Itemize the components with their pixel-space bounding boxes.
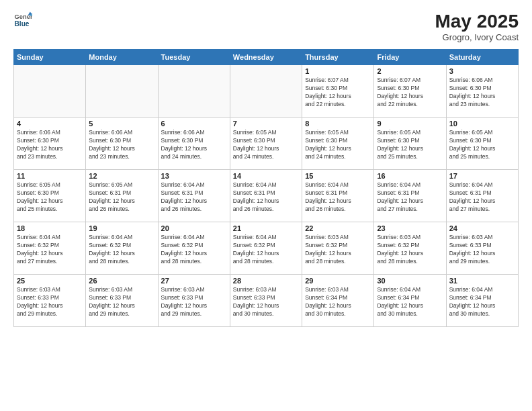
day-info: Sunrise: 6:04 AM Sunset: 6:34 PM Dayligh… bbox=[449, 286, 515, 318]
day-info: Sunrise: 6:03 AM Sunset: 6:33 PM Dayligh… bbox=[161, 286, 227, 318]
table-row: 14Sunrise: 6:04 AM Sunset: 6:31 PM Dayli… bbox=[230, 170, 302, 222]
day-number: 15 bbox=[305, 172, 371, 180]
calendar-week-row: 25Sunrise: 6:03 AM Sunset: 6:33 PM Dayli… bbox=[14, 275, 519, 327]
day-info: Sunrise: 6:04 AM Sunset: 6:32 PM Dayligh… bbox=[161, 234, 227, 266]
table-row: 8Sunrise: 6:05 AM Sunset: 6:30 PM Daylig… bbox=[302, 118, 374, 170]
day-number: 12 bbox=[89, 172, 154, 180]
table-row bbox=[158, 65, 230, 118]
day-number: 22 bbox=[305, 224, 371, 232]
day-info: Sunrise: 6:05 AM Sunset: 6:30 PM Dayligh… bbox=[449, 129, 515, 161]
day-number: 23 bbox=[377, 224, 443, 232]
table-row: 21Sunrise: 6:04 AM Sunset: 6:32 PM Dayli… bbox=[230, 222, 302, 275]
day-info: Sunrise: 6:05 AM Sunset: 6:30 PM Dayligh… bbox=[233, 129, 299, 161]
table-row: 18Sunrise: 6:04 AM Sunset: 6:32 PM Dayli… bbox=[14, 222, 86, 275]
day-info: Sunrise: 6:06 AM Sunset: 6:30 PM Dayligh… bbox=[449, 77, 515, 109]
day-number: 5 bbox=[89, 120, 154, 128]
day-number: 4 bbox=[17, 120, 83, 128]
day-number: 6 bbox=[161, 120, 227, 128]
day-info: Sunrise: 6:06 AM Sunset: 6:30 PM Dayligh… bbox=[89, 129, 154, 161]
table-row: 29Sunrise: 6:03 AM Sunset: 6:34 PM Dayli… bbox=[302, 275, 374, 327]
day-number: 27 bbox=[161, 277, 227, 285]
table-row: 28Sunrise: 6:03 AM Sunset: 6:33 PM Dayli… bbox=[230, 275, 302, 327]
day-info: Sunrise: 6:03 AM Sunset: 6:33 PM Dayligh… bbox=[17, 286, 83, 318]
day-info: Sunrise: 6:03 AM Sunset: 6:32 PM Dayligh… bbox=[377, 234, 443, 266]
svg-text:Blue: Blue bbox=[15, 20, 30, 28]
day-number: 28 bbox=[233, 277, 299, 285]
logo: General Blue bbox=[13, 11, 32, 30]
table-row: 1Sunrise: 6:07 AM Sunset: 6:30 PM Daylig… bbox=[302, 65, 374, 118]
day-info: Sunrise: 6:03 AM Sunset: 6:33 PM Dayligh… bbox=[233, 286, 299, 318]
calendar-week-row: 1Sunrise: 6:07 AM Sunset: 6:30 PM Daylig… bbox=[14, 65, 519, 118]
day-info: Sunrise: 6:07 AM Sunset: 6:30 PM Dayligh… bbox=[305, 77, 371, 109]
calendar-week-row: 11Sunrise: 6:05 AM Sunset: 6:30 PM Dayli… bbox=[14, 170, 519, 222]
table-row bbox=[230, 65, 302, 118]
day-info: Sunrise: 6:04 AM Sunset: 6:32 PM Dayligh… bbox=[17, 234, 83, 266]
day-number: 30 bbox=[377, 277, 443, 285]
table-row: 31Sunrise: 6:04 AM Sunset: 6:34 PM Dayli… bbox=[446, 275, 518, 327]
day-info: Sunrise: 6:06 AM Sunset: 6:30 PM Dayligh… bbox=[161, 129, 227, 161]
day-info: Sunrise: 6:06 AM Sunset: 6:30 PM Dayligh… bbox=[17, 129, 83, 161]
day-info: Sunrise: 6:03 AM Sunset: 6:34 PM Dayligh… bbox=[305, 286, 371, 318]
day-number: 11 bbox=[17, 172, 83, 180]
day-info: Sunrise: 6:04 AM Sunset: 6:34 PM Dayligh… bbox=[377, 286, 443, 318]
day-number: 9 bbox=[377, 120, 443, 128]
title-block: May 2025 Grogro, Ivory Coast bbox=[435, 11, 519, 42]
table-row: 7Sunrise: 6:05 AM Sunset: 6:30 PM Daylig… bbox=[230, 118, 302, 170]
table-row: 2Sunrise: 6:07 AM Sunset: 6:30 PM Daylig… bbox=[374, 65, 446, 118]
header: General Blue May 2025 Grogro, Ivory Coas… bbox=[13, 11, 519, 42]
month-year: May 2025 bbox=[435, 11, 519, 32]
logo-icon: General Blue bbox=[13, 11, 32, 30]
table-row: 11Sunrise: 6:05 AM Sunset: 6:30 PM Dayli… bbox=[14, 170, 86, 222]
day-number: 31 bbox=[449, 277, 515, 285]
day-number: 3 bbox=[449, 67, 515, 75]
header-thursday: Thursday bbox=[302, 50, 374, 65]
day-info: Sunrise: 6:05 AM Sunset: 6:31 PM Dayligh… bbox=[89, 181, 154, 214]
table-row: 16Sunrise: 6:04 AM Sunset: 6:31 PM Dayli… bbox=[374, 170, 446, 222]
table-row: 30Sunrise: 6:04 AM Sunset: 6:34 PM Dayli… bbox=[374, 275, 446, 327]
header-wednesday: Wednesday bbox=[230, 50, 302, 65]
day-number: 16 bbox=[377, 172, 443, 180]
table-row: 19Sunrise: 6:04 AM Sunset: 6:32 PM Dayli… bbox=[86, 222, 158, 275]
day-info: Sunrise: 6:04 AM Sunset: 6:31 PM Dayligh… bbox=[305, 181, 371, 214]
table-row: 5Sunrise: 6:06 AM Sunset: 6:30 PM Daylig… bbox=[86, 118, 158, 170]
table-row: 26Sunrise: 6:03 AM Sunset: 6:33 PM Dayli… bbox=[86, 275, 158, 327]
day-info: Sunrise: 6:04 AM Sunset: 6:31 PM Dayligh… bbox=[377, 181, 443, 214]
day-info: Sunrise: 6:05 AM Sunset: 6:30 PM Dayligh… bbox=[305, 129, 371, 161]
table-row: 3Sunrise: 6:06 AM Sunset: 6:30 PM Daylig… bbox=[446, 65, 518, 118]
day-number: 21 bbox=[233, 224, 299, 232]
table-row: 15Sunrise: 6:04 AM Sunset: 6:31 PM Dayli… bbox=[302, 170, 374, 222]
header-saturday: Saturday bbox=[446, 50, 518, 65]
calendar-header-row: Sunday Monday Tuesday Wednesday Thursday… bbox=[14, 50, 519, 65]
day-number: 17 bbox=[449, 172, 515, 180]
day-info: Sunrise: 6:03 AM Sunset: 6:33 PM Dayligh… bbox=[449, 234, 515, 266]
calendar-week-row: 4Sunrise: 6:06 AM Sunset: 6:30 PM Daylig… bbox=[14, 118, 519, 170]
day-number: 19 bbox=[89, 224, 154, 232]
day-number: 8 bbox=[305, 120, 371, 128]
header-monday: Monday bbox=[86, 50, 158, 65]
table-row bbox=[14, 65, 86, 118]
table-row: 27Sunrise: 6:03 AM Sunset: 6:33 PM Dayli… bbox=[158, 275, 230, 327]
page: General Blue May 2025 Grogro, Ivory Coas… bbox=[0, 0, 532, 411]
table-row: 13Sunrise: 6:04 AM Sunset: 6:31 PM Dayli… bbox=[158, 170, 230, 222]
table-row: 4Sunrise: 6:06 AM Sunset: 6:30 PM Daylig… bbox=[14, 118, 86, 170]
day-info: Sunrise: 6:05 AM Sunset: 6:30 PM Dayligh… bbox=[377, 129, 443, 161]
day-info: Sunrise: 6:04 AM Sunset: 6:31 PM Dayligh… bbox=[233, 181, 299, 214]
day-number: 2 bbox=[377, 67, 443, 75]
table-row: 22Sunrise: 6:03 AM Sunset: 6:32 PM Dayli… bbox=[302, 222, 374, 275]
day-number: 18 bbox=[17, 224, 83, 232]
table-row: 17Sunrise: 6:04 AM Sunset: 6:31 PM Dayli… bbox=[446, 170, 518, 222]
day-number: 29 bbox=[305, 277, 371, 285]
day-info: Sunrise: 6:07 AM Sunset: 6:30 PM Dayligh… bbox=[377, 77, 443, 109]
table-row bbox=[86, 65, 158, 118]
day-number: 24 bbox=[449, 224, 515, 232]
calendar: Sunday Monday Tuesday Wednesday Thursday… bbox=[13, 49, 519, 327]
day-number: 26 bbox=[89, 277, 154, 285]
table-row: 24Sunrise: 6:03 AM Sunset: 6:33 PM Dayli… bbox=[446, 222, 518, 275]
header-friday: Friday bbox=[374, 50, 446, 65]
table-row: 9Sunrise: 6:05 AM Sunset: 6:30 PM Daylig… bbox=[374, 118, 446, 170]
day-info: Sunrise: 6:05 AM Sunset: 6:30 PM Dayligh… bbox=[17, 181, 83, 214]
day-info: Sunrise: 6:04 AM Sunset: 6:32 PM Dayligh… bbox=[233, 234, 299, 266]
table-row: 25Sunrise: 6:03 AM Sunset: 6:33 PM Dayli… bbox=[14, 275, 86, 327]
day-info: Sunrise: 6:04 AM Sunset: 6:32 PM Dayligh… bbox=[89, 234, 154, 266]
table-row: 6Sunrise: 6:06 AM Sunset: 6:30 PM Daylig… bbox=[158, 118, 230, 170]
